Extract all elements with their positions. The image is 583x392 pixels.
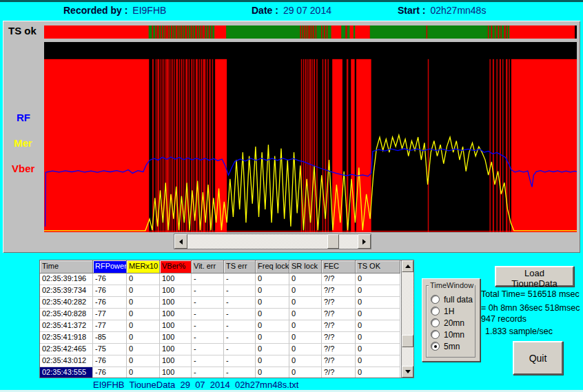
column-header-sr-lock[interactable]: SR lock [289, 260, 322, 274]
table-row[interactable]: 02:35:41:918-850100--00?/?0 [40, 332, 401, 344]
table-cell: 02:35:40:282 [40, 297, 93, 309]
table-cell: ?/? [322, 297, 356, 309]
table-row[interactable]: 02:35:41:372-770100--00?/?0 [40, 320, 401, 332]
table-cell: 02:35:40:828 [40, 309, 93, 320]
app-window: Recorded by :EI9FHB Date :29 07 2014 Sta… [0, 0, 583, 392]
scroll-down-button[interactable] [402, 366, 413, 378]
vber-label: Vber [12, 163, 34, 174]
radio-1h[interactable]: 1H [431, 305, 473, 317]
quit-button[interactable]: Quit [513, 341, 563, 375]
table-cell: 0 [256, 297, 289, 309]
monitor-panel: TS ok RF Mer Vber [3, 21, 580, 253]
table-cell: 0 [356, 320, 400, 332]
column-header-vber-[interactable]: VBer% [160, 260, 192, 274]
rf-label: RF [17, 112, 30, 123]
column-header-merx10[interactable]: MERx10 [127, 260, 160, 274]
table-cell: 0 [356, 297, 400, 309]
table-scrollbar[interactable] [401, 260, 413, 378]
scroll-left-button[interactable] [174, 234, 187, 249]
table-cell: 0 [356, 309, 400, 320]
recorded-by-group: Recorded by :EI9FHB [63, 5, 166, 16]
radio-button-icon[interactable] [431, 330, 440, 339]
chart-scrollbar[interactable] [174, 234, 371, 249]
column-header-rfpower[interactable]: RFPower [93, 260, 127, 274]
table-cell: - [224, 274, 256, 285]
recorded-by-value: EI9FHB [132, 5, 166, 16]
signal-chart [44, 42, 577, 232]
column-header-time[interactable]: Time [40, 260, 93, 274]
table-cell: 0 [356, 344, 400, 355]
scroll-up-button[interactable] [402, 260, 413, 272]
time-breakdown-text: = 0h 8mn 36sec 518msec [481, 303, 580, 313]
time-window-panel: TimeWindow full data1H20mn10mn5mn [422, 278, 480, 362]
table-row[interactable]: 02:35:39:734-760100--00?/?0 [40, 285, 401, 297]
table-cell: ?/? [322, 355, 356, 367]
table-cell: - [192, 367, 224, 378]
table-cell: - [192, 320, 224, 332]
column-header-fec[interactable]: FEC [322, 260, 356, 274]
table-cell: 0 [289, 367, 322, 378]
column-header-vit-err[interactable]: Vit. err [192, 260, 224, 274]
radio-button-icon[interactable] [431, 318, 440, 327]
table-cell: 0 [289, 332, 322, 344]
time-window-title: TimeWindow [429, 281, 475, 289]
chart-scrollbar-track[interactable] [187, 234, 358, 249]
table-cell: -76 [93, 274, 127, 285]
table-body: TimeRFPowerMERx10VBer%Vit. errTS errFreq… [40, 260, 401, 378]
table-cell: -76 [93, 297, 127, 309]
time-window-groupbox: TimeWindow full data1H20mn10mn5mn [426, 285, 475, 358]
table-cell: ?/? [322, 309, 356, 320]
table-cell: 0 [127, 274, 160, 285]
column-header-ts-ok[interactable]: TS OK [356, 260, 400, 274]
start-group: Start :02h27mn48s [398, 5, 486, 16]
window-top-edge [0, 0, 583, 2]
table-row[interactable]: 02:35:40:282-760100--00?/?0 [40, 297, 401, 309]
table-cell: 0 [356, 367, 400, 378]
table-row[interactable]: 02:35:42:465-750100--00?/?0 [40, 344, 401, 355]
status-filename: EI9FHB TiouneData 29 07 2014 02h27mn48s.… [93, 380, 298, 390]
radio-button-icon[interactable] [431, 295, 440, 304]
start-value: 02h27mn48s [430, 5, 486, 16]
radio-selected-dot [434, 345, 437, 348]
table-cell: 0 [256, 320, 289, 332]
table-row[interactable]: 02:35:40:828-770100--00?/?0 [40, 309, 401, 320]
table-row[interactable]: 02:35:43:012-760100--00?/?0 [40, 355, 401, 367]
radio-button-icon[interactable] [431, 307, 440, 316]
ts-ok-label: TS ok [8, 25, 37, 37]
radio-full-data[interactable]: full data [431, 293, 473, 305]
arrow-left-icon [179, 239, 183, 245]
table-cell: ?/? [322, 274, 356, 285]
table-cell: 0 [289, 285, 322, 297]
load-tiounedata-button[interactable]: Load TiouneData [495, 266, 574, 287]
table-cell: ?/? [322, 367, 356, 378]
table-cell: 0 [256, 355, 289, 367]
table-cell: - [192, 309, 224, 320]
table-cell: ?/? [322, 320, 356, 332]
table-scrollbar-thumb[interactable] [402, 335, 413, 347]
table-cell: 02:35:39:734 [40, 285, 93, 297]
radio-5mn[interactable]: 5mn [431, 340, 473, 352]
ts-status-strip [44, 25, 577, 39]
table-cell: - [224, 355, 256, 367]
table-cell: 0 [289, 320, 322, 332]
table-cell: -75 [93, 344, 127, 355]
total-time-text: Total Time= 516518 msec [481, 289, 580, 299]
chart-scrollbar-thumb[interactable] [327, 234, 339, 249]
radio-10mn[interactable]: 10mn [431, 329, 473, 340]
column-header-freq-lock[interactable]: Freq lock [256, 260, 289, 274]
column-header-ts-err[interactable]: TS err [224, 260, 256, 274]
table-row[interactable]: 02:35:39:196-760100--00?/?0 [40, 274, 401, 285]
radio-button-icon[interactable] [431, 342, 440, 351]
table-cell: 02:35:42:465 [40, 344, 93, 355]
table-scrollbar-track[interactable] [402, 272, 413, 366]
table-row[interactable]: 02:35:43:555-760100--00?/?0 [40, 367, 401, 378]
table-cell: - [224, 285, 256, 297]
table-cell: - [224, 344, 256, 355]
scroll-right-button[interactable] [358, 234, 371, 249]
table-cell: 0 [256, 332, 289, 344]
table-cell: 0 [127, 332, 160, 344]
table-cell: 0 [356, 355, 400, 367]
radio-20mn[interactable]: 20mn [431, 317, 473, 329]
table-cell: 0 [256, 285, 289, 297]
table-cell: 100 [160, 367, 192, 378]
